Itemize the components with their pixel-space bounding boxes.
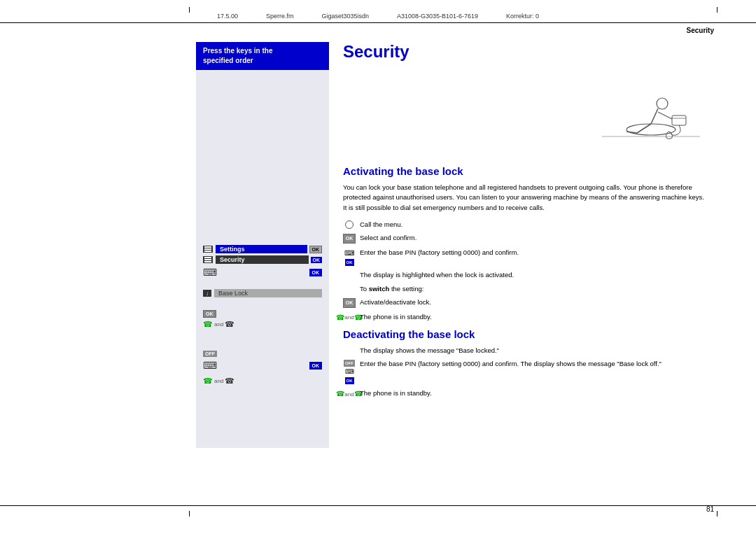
svg-point-3 [657, 98, 668, 109]
instr-text-10: The phone is in standby. [360, 388, 714, 398]
instruction-line2: specified order [203, 57, 253, 64]
instr-row-10: ☎ and ☎ The phone is in standby. [343, 388, 714, 399]
mark-top-left [189, 7, 190, 13]
instr-row-2: OK Select and confirm. [343, 233, 714, 244]
menu-settings-icon [203, 246, 213, 253]
phone-keypad-row2: ⌨ OK [203, 360, 322, 371]
ok-pin2: OK [309, 362, 323, 370]
mark-bottom-right [717, 511, 718, 517]
handset-instr-icon2: ☎ and ☎ [343, 389, 356, 399]
header-file: Sperre.fm [266, 13, 294, 20]
phone-menu-security: Security OK [203, 255, 322, 264]
svg-line-5 [637, 124, 651, 133]
handset-green-icon2: ☎ [203, 377, 213, 386]
instruction-line1: Press the keys in the [203, 47, 273, 55]
base-lock-label: Base Lock [214, 289, 322, 297]
header-center: 17.5.00 Sperre.fm Gigaset3035isdn A31008… [217, 13, 539, 20]
and-text1: and [214, 321, 223, 328]
off-label: OFF [203, 351, 217, 357]
and-text2: and [214, 378, 223, 384]
handset-green-icon: ☎ [203, 320, 213, 329]
menu-security-icon [203, 256, 213, 263]
svg-line-6 [626, 132, 637, 133]
instr-row-3: ⌨ OK Enter the base PIN (factory setting… [343, 248, 714, 266]
instr-text-2: Select and confirm. [360, 233, 714, 242]
handset-row1: ☎ and ☎ [203, 320, 322, 329]
right-column: Security Activating the bas [343, 42, 714, 403]
ok-security: OK [311, 257, 323, 263]
top-section-title: Security [687, 27, 714, 34]
phone-menu-settings: Settings OK [203, 245, 322, 253]
svg-rect-7 [672, 115, 686, 125]
instr-text-7: The phone is in standby. [360, 312, 714, 321]
bottom-bar [0, 505, 756, 506]
down-arrow-icon: ↓ [203, 290, 211, 297]
instruction-box: Press the keys in the specified order [196, 42, 329, 70]
mark-bottom-left [189, 511, 190, 517]
svg-line-4 [658, 112, 672, 119]
instr-row-1: Call the menu. [343, 220, 714, 229]
security-label: Security [216, 255, 309, 264]
settings-label: Settings [216, 245, 307, 253]
ok-icon-1: OK [343, 234, 356, 244]
header-korrektur: Korrektur: 0 [506, 13, 539, 20]
instr-text-5: To switch the setting: [360, 284, 714, 293]
instr-text-6: Activate/deactivate lock. [360, 297, 714, 307]
handset-dark-icon2: ☎ [225, 377, 234, 386]
header-bar: 17.5.00 Sperre.fm Gigaset3035isdn A31008… [0, 13, 756, 23]
left-column: Press the keys in the specified order Se… [196, 42, 336, 448]
section1-title: Activating the base lock [343, 165, 714, 177]
instr-row-6: OK Activate/deactivate lock. [343, 297, 714, 308]
instr-row-9: OFF ⌨ OK Enter the base PIN (factory set… [343, 359, 714, 384]
header-model: Gigaset3035isdn [321, 13, 369, 20]
main-title: Security [343, 42, 714, 62]
handset-dark-icon1: ☎ [225, 320, 234, 329]
instr-text-4: The display is highlighted when the lock… [360, 270, 714, 279]
svg-point-1 [626, 124, 676, 135]
ok-icon-2: OK [343, 298, 356, 308]
mark-top-right [717, 7, 718, 13]
instr-text-3: Enter the base PIN (factory setting 0000… [360, 248, 714, 257]
ok-settings: OK [309, 246, 323, 253]
keypad-icon2: ⌨ [203, 360, 217, 371]
section2-title: Deactivating the base lock [343, 328, 714, 340]
handset-instr-icon1: ☎ and ☎ [343, 313, 356, 323]
ok-activate-row: OK [203, 309, 322, 317]
phone-keypad-row: ⌨ OK [203, 267, 322, 278]
instr-row-5: To switch the setting: [343, 284, 714, 293]
instr-text-1: Call the menu. [360, 220, 714, 229]
illustration [343, 70, 714, 154]
instr-row-4: The display is highlighted when the lock… [343, 270, 714, 279]
off-row: OFF [203, 349, 322, 360]
svg-line-2 [651, 108, 658, 124]
instr-row-7: ☎ and ☎ The phone is in standby. [343, 312, 714, 323]
security-illustration [588, 70, 714, 154]
instr-text-9: Enter the base PIN (factory setting 0000… [360, 359, 714, 368]
instr-row-8: The display shows the message "Base lock… [343, 346, 714, 355]
page-number: 81 [706, 505, 714, 513]
base-lock-row: ↓ Base Lock [203, 289, 322, 297]
handset-row2: ☎ and ☎ [203, 377, 322, 386]
header-version: 17.5.00 [217, 13, 238, 20]
circle-menu-icon [343, 220, 356, 229]
header-product: A31008-G3035-B101-6-7619 [397, 13, 478, 20]
keypad-ok-icon: ⌨ OK [343, 248, 356, 266]
phone-area: Settings OK Security OK ⌨ OK ↓ [196, 70, 329, 448]
ok-pin: OK [309, 269, 323, 276]
section1-body: You can lock your base station telephone… [343, 183, 714, 213]
off-keypad-ok-icon: OFF ⌨ OK [343, 360, 356, 384]
instr-text-8: The display shows the message "Base lock… [360, 346, 714, 355]
keypad-icon: ⌨ [203, 267, 217, 278]
ok-activate: OK [203, 310, 216, 318]
